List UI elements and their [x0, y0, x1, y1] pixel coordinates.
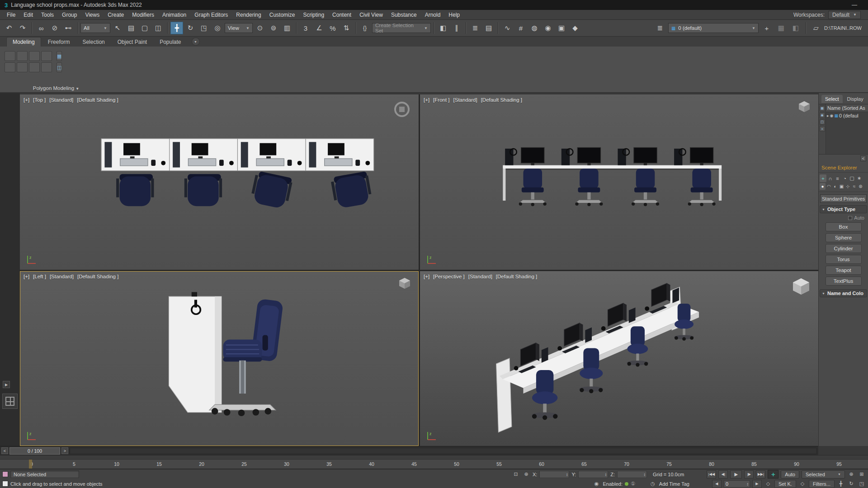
viewport-menu-pov[interactable]: [Front ]	[433, 97, 449, 103]
viewport-menu-general[interactable]: [+]	[424, 97, 429, 103]
viewcube[interactable]	[392, 100, 411, 120]
ruler-tick[interactable]: 55	[478, 460, 520, 469]
ribbon-tab-populate[interactable]: Populate	[154, 38, 187, 47]
tab-display-icon[interactable]: ▢	[849, 174, 855, 182]
ruler-tick[interactable]: 35	[308, 460, 350, 469]
key-filters-button[interactable]: Filters...	[809, 480, 835, 488]
ruler-tick[interactable]: 20	[180, 460, 223, 469]
previous-frame-button[interactable]: <	[1, 447, 8, 454]
window-crossing-icon[interactable]: ◫	[152, 22, 165, 34]
viewport-menu-renderer[interactable]: [Standard]	[453, 97, 477, 103]
category-shapes-icon[interactable]: ◠	[826, 183, 832, 190]
viewport-menu-general[interactable]: [+]	[424, 274, 429, 279]
time-slider-track[interactable]: < 0 / 100 >	[0, 446, 818, 455]
category-cameras-icon[interactable]: ▣	[839, 183, 844, 190]
select-and-place-icon[interactable]: ◎	[211, 22, 224, 34]
tab-modify-icon[interactable]: ∩	[827, 174, 834, 182]
ribbon-config-button[interactable]: ▼	[192, 38, 200, 46]
toggle-scene-explorer-icon[interactable]: ▤	[482, 22, 495, 34]
project-folder-icon[interactable]: ▱	[810, 22, 822, 34]
add-time-tag[interactable]: Add Time Tag	[659, 481, 689, 487]
angle-snap-icon[interactable]: ∠	[313, 22, 326, 34]
maximize-viewport-icon[interactable]: ◳	[858, 480, 866, 488]
ruler-tick[interactable]: 75	[648, 460, 690, 469]
ruler-tick[interactable]: 65	[563, 460, 605, 469]
viewport-perspective[interactable]: [+] [Perspective ] [Standard] [Default S…	[420, 271, 818, 446]
timeline-ruler[interactable]: 05101520253035404550556065707580859095	[0, 459, 868, 469]
viewport-menu-shading[interactable]: [Default Shading ]	[496, 274, 537, 279]
menu-item[interactable]: Content	[328, 11, 355, 19]
ribbon-tool-button[interactable]: ▦	[57, 51, 62, 61]
viewport-canvas-top[interactable]	[20, 94, 419, 270]
ruler-tick[interactable]: 95	[818, 460, 860, 469]
ribbon-tab-modeling[interactable]: Modeling	[6, 37, 41, 47]
primitive-type-dropdown[interactable]: Standard Primitives ▼	[820, 194, 867, 203]
select-objects-in-layer-icon[interactable]: ◧	[789, 22, 802, 34]
orbit-icon[interactable]: ↻	[847, 480, 855, 488]
viewport-menu-pov[interactable]: [Left ]	[33, 274, 46, 279]
y-coordinate-field[interactable]: ▴▾	[578, 471, 608, 478]
menu-item[interactable]: Views	[81, 11, 104, 19]
category-geometry-icon[interactable]: ●	[820, 183, 826, 190]
menu-item[interactable]: Customize	[265, 11, 299, 19]
render-icon[interactable]: ◆	[569, 22, 581, 34]
select-and-move-icon[interactable]: ╋	[170, 22, 183, 34]
explorer-filter-icon[interactable]: ◉	[820, 113, 825, 118]
workspace-dropdown[interactable]: Default ▼	[828, 11, 861, 19]
auto-key-button[interactable]: Auto	[781, 470, 799, 479]
menu-item[interactable]: Edit	[19, 11, 37, 19]
category-helpers-icon[interactable]: ⊹	[845, 183, 851, 190]
viewport-left[interactable]: [+] [Left ] [Standard] [Default Shading …	[20, 271, 419, 446]
bind-to-space-warp-icon[interactable]: ⊷	[62, 22, 75, 34]
z-coordinate-field[interactable]: ▴▾	[617, 471, 647, 478]
menu-item[interactable]: Arnold	[421, 11, 445, 19]
set-key-button[interactable]: Set K.	[774, 480, 796, 488]
project-path[interactable]: D:\TRAINI..ROW	[824, 25, 862, 31]
menu-item[interactable]: Rendering	[232, 11, 265, 19]
category-lights-icon[interactable]: ◐	[832, 183, 838, 190]
rendered-frame-window-icon[interactable]: ▣	[555, 22, 568, 34]
object-type-button[interactable]: Cylinder	[826, 244, 862, 253]
ruler-tick[interactable]: 60	[520, 460, 563, 469]
ruler-tick[interactable]: 25	[223, 460, 265, 469]
viewport-menu-renderer[interactable]: [Standard]	[50, 274, 74, 279]
key-mode-toggle-icon[interactable]: ◇	[764, 480, 772, 488]
autogrid-checkbox[interactable]	[848, 216, 852, 220]
ribbon-tool-button[interactable]	[17, 51, 28, 61]
menu-item[interactable]: Scripting	[299, 11, 328, 19]
named-selection-set-combo[interactable]: Create Selection Set ▼	[372, 23, 431, 33]
ruler-tick[interactable]: 10	[95, 460, 138, 469]
ruler-tick[interactable]: 5	[53, 460, 95, 469]
viewport-menu-renderer[interactable]: [Standard]	[468, 274, 492, 279]
select-and-scale-icon[interactable]: ◳	[198, 22, 210, 34]
viewcube[interactable]	[797, 100, 811, 115]
add-selection-to-layer-icon[interactable]: ▦	[775, 22, 788, 34]
ribbon-tool-button[interactable]	[29, 62, 40, 72]
time-slider-handle[interactable]: 0 / 100	[9, 447, 60, 455]
selected-key-filter-dropdown[interactable]: Selected ▼	[802, 470, 845, 479]
viewport-menu-shading[interactable]: [Default Shading ]	[77, 97, 118, 103]
explorer-filter-icon[interactable]: ▦	[820, 106, 825, 111]
rectangular-selection-region-icon[interactable]: ▢	[138, 22, 151, 34]
ruler-tick[interactable]: 70	[605, 460, 648, 469]
schematic-view-icon[interactable]: #	[514, 22, 527, 34]
object-type-button[interactable]: Teapot	[826, 266, 862, 275]
ribbon-tool-button[interactable]	[41, 51, 52, 61]
viewport-canvas-left[interactable]	[20, 271, 419, 446]
toggle-layer-explorer-icon[interactable]: ≣	[469, 22, 481, 34]
ruler-tick[interactable]: 85	[733, 460, 775, 469]
eye-icon[interactable]: ◉	[830, 113, 834, 118]
explorer-collapse-button[interactable]: <	[860, 155, 866, 161]
selection-filter-dropdown[interactable]: All ▼	[80, 23, 110, 33]
select-by-name-icon[interactable]: ▤	[125, 22, 137, 34]
menu-item[interactable]: File	[3, 11, 19, 19]
scene-explorer-list[interactable]: ▦ ◉ ▢ ≡ Name (Sorted As ▸ ◉ ▦ 0 (defaul	[819, 104, 868, 155]
tab-display[interactable]: Display	[844, 95, 867, 103]
menu-item[interactable]: Create	[104, 11, 128, 19]
ribbon-tool-button[interactable]	[17, 62, 28, 72]
viewport-menu-shading[interactable]: [Default Shading ]	[77, 274, 118, 279]
ribbon-tool-button[interactable]	[41, 62, 52, 72]
mirror-icon[interactable]: ◧	[437, 22, 449, 34]
viewport-layout-tabs-button[interactable]	[2, 394, 18, 409]
next-frame-button[interactable]: >	[61, 447, 68, 454]
